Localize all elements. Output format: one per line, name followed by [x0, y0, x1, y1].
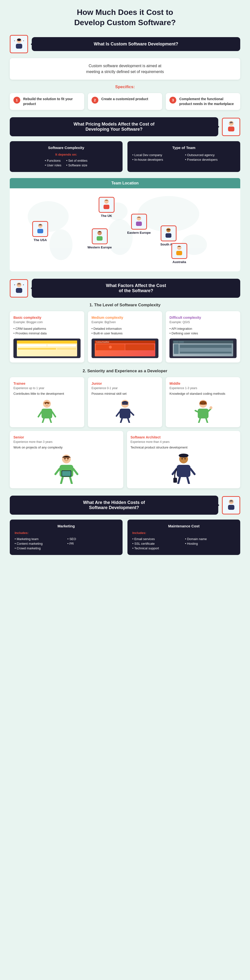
seniority-grid-bottom: Senior Experience more than 3 years Work… — [10, 431, 240, 488]
svg-line-40 — [43, 418, 44, 423]
depends-on-label: It depends on: — [14, 153, 118, 156]
marketing-col2: SEO PR — [67, 537, 118, 550]
section2-header: What Pricing Models Affect the Cost of D… — [10, 117, 240, 136]
hidden-costs-section: What Are the Hidden Costs of Software De… — [10, 496, 240, 555]
svg-rect-7 — [228, 127, 234, 131]
svg-point-57 — [209, 406, 212, 409]
hidden-costs-grid: Marketing Includes: Marketing team Conte… — [10, 520, 240, 555]
maintenance-card: Maintenance Cost Includes: Email service… — [127, 520, 240, 555]
pin-australia: Australia — [171, 243, 187, 264]
specific-text-2: Create a customized product — [101, 97, 148, 102]
middle-desc: Knowledge of standard coding methods — [169, 392, 237, 396]
svg-point-82 — [182, 458, 183, 460]
junior-avatar — [92, 398, 159, 423]
senior-title: Senior — [13, 435, 119, 439]
svg-line-55 — [195, 410, 198, 412]
svg-line-65 — [73, 469, 77, 474]
avatar-person1 — [10, 35, 28, 53]
svg-line-66 — [61, 477, 63, 484]
complexity-col1: Functions User roles — [45, 158, 61, 167]
svg-line-64 — [56, 469, 60, 474]
trainee-title: Trainee — [13, 382, 81, 385]
svg-line-41 — [50, 418, 51, 423]
maintenance-cols: Email services SSL certificate Technical… — [132, 537, 236, 550]
laptop-difficult — [169, 339, 237, 358]
svg-rect-24 — [136, 221, 142, 226]
svg-rect-75 — [177, 465, 190, 477]
avatar-person4 — [222, 496, 240, 514]
maintenance-col1: Email services SSL certificate Technical… — [132, 537, 183, 550]
complexity-grid: Basic complexity Example: Blogger.com CR… — [10, 311, 240, 363]
svg-point-33 — [19, 284, 20, 285]
marketing-title: Marketing — [14, 524, 118, 528]
specifics-grid: 1 Rebuild the solution to fit your produ… — [10, 93, 240, 110]
svg-line-59 — [206, 418, 207, 423]
complexity-difficult-title: Difficult complexity — [169, 316, 237, 320]
specific-number-1: 1 — [13, 97, 20, 103]
senior-exp: Experience more than 3 years — [13, 440, 119, 444]
page-title: How Much Does it Cost to Develop Custom … — [10, 7, 240, 28]
svg-rect-30 — [16, 288, 22, 293]
svg-point-23 — [137, 216, 141, 221]
seniority-middle: Middle Experience 1-3 years Knowledge of… — [166, 377, 240, 427]
svg-point-42 — [45, 403, 46, 404]
maintenance-col2: Domain name Hosting — [185, 537, 236, 550]
team-type-card: Type of Team Local Dev company In-house … — [127, 141, 240, 172]
svg-point-43 — [48, 403, 49, 404]
svg-point-87 — [230, 501, 231, 502]
specifics-label: Specifics: — [10, 84, 240, 89]
svg-line-81 — [187, 477, 189, 484]
junior-exp: Experience 0-1 year — [92, 387, 159, 390]
complexity-basic: Basic complexity Example: Blogger.com CR… — [10, 311, 84, 363]
complexity-basic-title: Basic complexity — [13, 316, 81, 320]
svg-point-10 — [231, 123, 232, 124]
svg-point-32 — [18, 284, 18, 285]
section1-bubble: What Is Custom Software Development? — [32, 37, 240, 51]
marketing-card: Marketing Includes: Marketing team Conte… — [10, 520, 123, 555]
svg-rect-26 — [166, 233, 171, 238]
avatar-person2 — [222, 118, 240, 136]
svg-point-83 — [184, 458, 186, 460]
team-type-title: Type of Team — [132, 146, 236, 150]
specific-item-3: 3 Complement the functional product need… — [166, 93, 240, 110]
map-container: The USA The UK — [10, 188, 240, 271]
svg-rect-50 — [122, 402, 128, 405]
specific-item-2: 2 Create a customized product — [88, 93, 162, 110]
junior-title: Junior — [92, 382, 159, 385]
svg-rect-35 — [23, 285, 24, 285]
specific-number-3: 3 — [169, 97, 176, 103]
pin-western-europe: Western Europe — [88, 228, 111, 249]
marketing-includes-label: Includes: — [14, 531, 118, 535]
pin-avatar-au — [171, 243, 187, 259]
svg-line-80 — [178, 477, 180, 484]
svg-point-52 — [126, 403, 127, 404]
pin-avatar-uk — [99, 197, 115, 213]
pricing-grid: Software Complexity It depends on: Funct… — [10, 141, 240, 172]
section4-bubble: What Are the Hidden Costs of Software De… — [10, 496, 218, 515]
complexity-medium: Medium complexity Example: BigOven Detai… — [88, 311, 162, 363]
svg-line-38 — [38, 412, 41, 417]
svg-line-79 — [190, 469, 194, 474]
team-type-col1: Local Dev company In-house developers — [132, 153, 183, 162]
section1-header: What Is Custom Software Development? — [10, 35, 240, 53]
svg-rect-37 — [41, 409, 52, 418]
complexity-col2: Set of entities Software size — [66, 158, 88, 167]
complexity-basic-list: CRM based platforms Provides minimal dat… — [13, 326, 81, 336]
trainee-desc: Contributes little to the development — [13, 392, 81, 396]
subsection2-title: 2. Seniority and Experience as a Develop… — [10, 369, 240, 374]
complexity-medium-example: Example: BigOven — [92, 320, 159, 324]
section1-info: Custom software development is aimed atm… — [10, 58, 240, 80]
avatar-person3 — [10, 279, 28, 298]
svg-rect-34 — [14, 285, 15, 285]
svg-point-17 — [38, 223, 43, 228]
pin-usa: The USA — [32, 221, 48, 242]
location-pins: The USA The UK — [14, 193, 236, 267]
subsection1-title: 1. The Level of Software Complexity — [10, 303, 240, 307]
svg-rect-84 — [174, 478, 177, 483]
maintenance-title: Maintenance Cost — [132, 524, 236, 528]
svg-line-47 — [131, 412, 134, 415]
svg-point-36 — [43, 400, 51, 408]
svg-point-60 — [201, 403, 202, 404]
svg-point-61 — [204, 403, 205, 404]
factors-bubble: What Factors Affect the Cost of the Soft… — [32, 279, 240, 298]
